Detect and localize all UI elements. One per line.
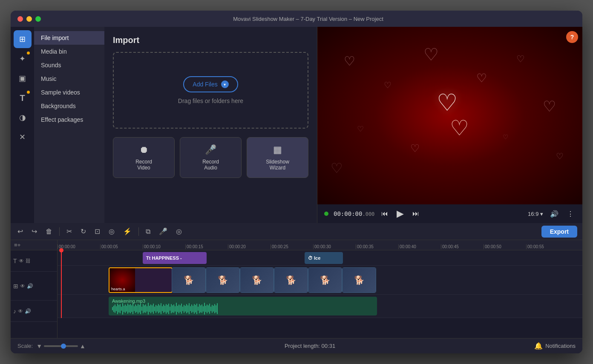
nav-sample-videos[interactable]: Sample videos	[34, 86, 104, 99]
stabilize-button[interactable]: ◎	[174, 226, 184, 237]
nav-sounds[interactable]: Sounds	[34, 58, 104, 72]
happiness-clip[interactable]: Tt HAPPINESS -	[143, 252, 207, 264]
center-heart: ♡	[437, 89, 458, 116]
add-files-button[interactable]: Add Files ▾	[183, 76, 238, 92]
color-button[interactable]: ◎	[107, 226, 116, 237]
volume-button[interactable]: 🔊	[548, 208, 560, 220]
scale-increase-button[interactable]: ▲	[80, 343, 86, 350]
project-length: Project length: 00:31	[86, 343, 534, 349]
toolbar-separator	[59, 227, 60, 236]
nav-effect-packages[interactable]: Effect packages	[34, 113, 104, 126]
aspect-ratio-selector[interactable]: 16:9 ▾	[528, 211, 543, 217]
hearts-video-clip[interactable]: hearts.a	[109, 267, 173, 293]
add-track-row: ≡+	[11, 240, 57, 250]
nav-file-import[interactable]: File import	[34, 31, 104, 45]
close-button[interactable]	[17, 16, 23, 22]
playback-indicator	[324, 212, 328, 216]
drag-drop-text: Drag files or folders here	[178, 97, 243, 104]
nav-media-bin[interactable]: Media bin	[34, 45, 104, 58]
window-title: Movavi Slideshow Maker – 7-Day Trial Ver…	[41, 16, 576, 22]
magic-icon: ✦	[19, 54, 26, 63]
video-track-eye[interactable]: 👁	[20, 283, 25, 289]
step-forward-button[interactable]: ⏭	[411, 208, 421, 219]
timeline-toolbar: ↩ ↪ 🗑 ✂ ↻ ⊡ ◎ ⚡ ⧉ 🎤 ◎ Export	[11, 223, 582, 240]
dog-clip-2[interactable]: 🐕	[206, 267, 240, 293]
dog-clip-5[interactable]: 🐕	[308, 267, 342, 293]
heart-decoration: ♡	[344, 54, 355, 69]
ruler-mark-0: 00:00:00	[58, 244, 100, 249]
rotate-button[interactable]: ↻	[79, 226, 88, 237]
pip-button[interactable]: ⧉	[144, 226, 152, 237]
scale-slider[interactable]	[44, 345, 78, 347]
text-track-link[interactable]: ⛓	[26, 258, 31, 264]
time-millis: .000	[362, 211, 374, 217]
traffic-lights	[17, 16, 41, 22]
sidebar-trim[interactable]: ▣	[14, 69, 32, 87]
more-options-button[interactable]: ⋮	[565, 208, 576, 220]
play-button[interactable]: ▶	[395, 206, 406, 221]
hearts-clip-label: hearts.a	[111, 287, 125, 291]
time-main: 00:00:00	[334, 210, 362, 217]
dog-clip-6[interactable]: 🐕	[342, 267, 376, 293]
main-layout: ⊞ ✦ ▣ T ◑ ✕ File import Media bin	[11, 27, 582, 223]
dog-clip-1[interactable]: 🐕	[172, 267, 206, 293]
nav-backgrounds[interactable]: Backgrounds	[34, 99, 104, 113]
ruler-mark-45: 00:00:45	[441, 244, 484, 249]
minimize-button[interactable]	[26, 16, 32, 22]
dog-clip-3[interactable]: 🐕	[240, 267, 274, 293]
record-audio-button[interactable]: 🎤 RecordAudio	[180, 137, 242, 178]
sidebar-magic[interactable]: ✦	[14, 50, 32, 68]
happiness-clip-label: Tt HAPPINESS -	[146, 255, 182, 261]
help-button[interactable]: ?	[566, 31, 578, 43]
video-track-icon: ⊞	[13, 283, 18, 289]
crop-button[interactable]: ⊡	[93, 226, 102, 237]
text-dot	[27, 91, 30, 94]
sidebar-settings[interactable]: ✕	[14, 128, 32, 146]
audio-track-eye[interactable]: 👁	[18, 308, 23, 314]
sidebar-add-media[interactable]: ⊞	[14, 30, 32, 48]
text-track-eye[interactable]: 👁	[19, 258, 24, 264]
scale-thumb	[61, 344, 66, 349]
adjust-button[interactable]: ⚡	[121, 226, 133, 237]
redo-button[interactable]: ↪	[30, 226, 39, 237]
drop-zone[interactable]: Add Files ▾ Drag files or folders here	[113, 52, 308, 129]
add-files-label: Add Files	[193, 81, 217, 88]
maximize-button[interactable]	[35, 16, 41, 22]
hearts-overlay: ♡ ♡ ♡ ♡ ♡ ♡ ♡ ♡ ♡ ♡ ♡ ♡ ♡	[317, 27, 582, 204]
dog-clip-4[interactable]: 🐕	[274, 267, 308, 293]
preview-background: ♡ ♡ ♡ ♡ ♡ ♡ ♡ ♡ ♡ ♡ ♡ ♡ ♡	[317, 27, 582, 204]
ruler-mark-55: 00:00:55	[526, 244, 569, 249]
undo-button[interactable]: ↩	[16, 226, 25, 237]
export-button[interactable]: Export	[541, 226, 577, 238]
text-icon: T	[20, 93, 25, 103]
audio-button[interactable]: 🎤	[157, 226, 169, 237]
scale-decrease-button[interactable]: ▼	[36, 343, 42, 350]
step-back-button[interactable]: ⏮	[380, 208, 390, 219]
ruler-mark-40: 00:00:40	[398, 244, 441, 249]
dog-thumbnail-1: 🐕	[172, 268, 205, 292]
ruler-mark-50: 00:00:50	[484, 244, 526, 249]
nav-music[interactable]: Music	[34, 72, 104, 86]
cut-button[interactable]: ✂	[65, 226, 74, 237]
video-track-audio[interactable]: 🔊	[27, 283, 33, 289]
add-track-button[interactable]: ≡+	[14, 242, 21, 248]
heart-decoration: ♡	[423, 45, 439, 64]
sidebar-text[interactable]: T	[14, 89, 32, 107]
sidebar-filter[interactable]: ◑	[14, 109, 32, 126]
tracks-container: Tt HAPPINESS - ⏱ Ice hearts.a	[58, 250, 582, 318]
heart-decoration: ♡	[556, 151, 564, 161]
text-track: Tt HAPPINESS - ⏱ Ice	[58, 250, 582, 266]
delete-button[interactable]: 🗑	[44, 226, 54, 237]
ice-clip[interactable]: ⏱ Ice	[305, 252, 343, 264]
add-files-chevron: ▾	[221, 80, 229, 88]
audio-clip[interactable]: Awakening.mp3	[109, 297, 377, 315]
record-video-button[interactable]: ⏺ RecordVideo	[113, 137, 175, 178]
video-track-controls: ⊞ 👁 🔊	[11, 272, 57, 301]
notifications-button[interactable]: 🔔 Notifications	[534, 342, 576, 350]
audio-track-vol[interactable]: 🔊	[25, 308, 31, 314]
text-track-controls: T 👁 ⛓	[11, 250, 57, 272]
slideshow-wizard-button[interactable]: ▦ SlideshowWizard	[247, 137, 308, 178]
project-length-label: Project length:	[285, 343, 320, 349]
timeline-area: ↩ ↪ 🗑 ✂ ↻ ⊡ ◎ ⚡ ⧉ 🎤 ◎ Export ≡+ T	[11, 223, 582, 338]
audio-track-controls: ♪ 👁 🔊	[11, 301, 57, 322]
